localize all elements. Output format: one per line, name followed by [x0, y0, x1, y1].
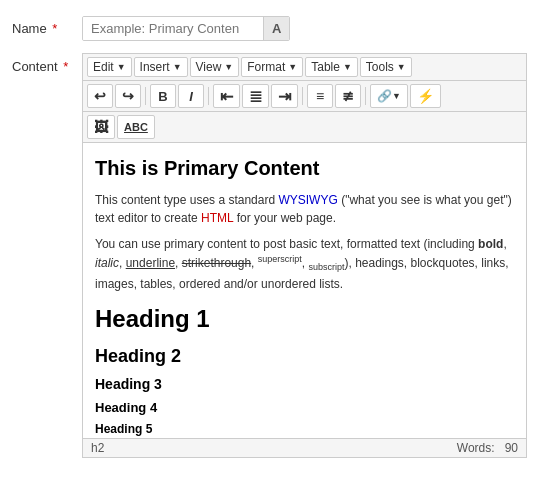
- format-chevron: ▼: [288, 62, 297, 72]
- edit-chevron: ▼: [117, 62, 126, 72]
- table-label: Table: [311, 60, 340, 74]
- content-field-row: Content * Edit ▼ Insert ▼ View ▼ For: [12, 53, 527, 458]
- edit-label: Edit: [93, 60, 114, 74]
- strike-example: strikethrough: [182, 256, 251, 270]
- tools-label: Tools: [366, 60, 394, 74]
- align-center-button[interactable]: ≣: [242, 84, 269, 108]
- table-menu[interactable]: Table ▼: [305, 57, 358, 77]
- link-chevron: ▼: [392, 91, 401, 101]
- edit-menu[interactable]: Edit ▼: [87, 57, 132, 77]
- wysiwyg-text: WYSIWYG: [278, 193, 337, 207]
- editor-para1: This content type uses a standard WYSIWY…: [95, 191, 514, 227]
- editor-content-area[interactable]: This is Primary Content This content typ…: [83, 143, 526, 438]
- heading4: Heading 4: [95, 398, 514, 418]
- toolbar-extra-row: 🖼 ABC: [83, 112, 526, 143]
- name-required: *: [52, 21, 57, 36]
- words-count: 90: [505, 441, 518, 455]
- content-label-text: Content: [12, 59, 58, 74]
- name-label-text: Name: [12, 21, 47, 36]
- view-chevron: ▼: [224, 62, 233, 72]
- heading5: Heading 5: [95, 420, 514, 438]
- heading3: Heading 3: [95, 374, 514, 395]
- bold-example: bold: [478, 237, 503, 251]
- image-button[interactable]: 🖼: [87, 115, 115, 139]
- italic-button[interactable]: I: [178, 84, 204, 108]
- name-label: Name *: [12, 21, 82, 36]
- bold-button[interactable]: B: [150, 84, 176, 108]
- align-right-button[interactable]: ⇥: [271, 84, 298, 108]
- name-input-wrapper: A: [82, 16, 290, 41]
- toolbar-sep1: [145, 87, 146, 105]
- name-field-row: Name * A: [12, 16, 527, 41]
- heading1: Heading 1: [95, 301, 514, 337]
- view-menu[interactable]: View ▼: [190, 57, 240, 77]
- html-text: HTML: [201, 211, 233, 225]
- format-label: Format: [247, 60, 285, 74]
- toolbar-sep4: [365, 87, 366, 105]
- align-left-button[interactable]: ⇤: [213, 84, 240, 108]
- unordered-list-button[interactable]: ≡: [307, 84, 333, 108]
- super-example: superscript: [258, 254, 302, 264]
- toolbar-format-row: ↩ ↪ B I ⇤ ≣ ⇥ ≡ ≢ 🔗 ▼ ⚡: [83, 81, 526, 112]
- toolbar-sep3: [302, 87, 303, 105]
- link-button[interactable]: 🔗 ▼: [370, 84, 408, 108]
- content-label: Content *: [12, 53, 82, 74]
- content-required: *: [63, 59, 68, 74]
- view-label: View: [196, 60, 222, 74]
- name-input[interactable]: [83, 17, 263, 40]
- ordered-list-button[interactable]: ≢: [335, 84, 361, 108]
- words-label: Words:: [457, 441, 495, 455]
- redo-button[interactable]: ↪: [115, 84, 141, 108]
- current-element: h2: [91, 441, 104, 455]
- unlink-button[interactable]: ⚡: [410, 84, 441, 108]
- editor-title: This is Primary Content: [95, 153, 514, 183]
- toolbar-sep2: [208, 87, 209, 105]
- tools-chevron: ▼: [397, 62, 406, 72]
- table-chevron: ▼: [343, 62, 352, 72]
- insert-menu[interactable]: Insert ▼: [134, 57, 188, 77]
- insert-chevron: ▼: [173, 62, 182, 72]
- undo-button[interactable]: ↩: [87, 84, 113, 108]
- editor-statusbar: h2 Words: 90: [83, 438, 526, 457]
- underline-example: underline: [126, 256, 175, 270]
- format-menu[interactable]: Format ▼: [241, 57, 303, 77]
- spellcheck-button[interactable]: ABC: [117, 115, 155, 139]
- editor-wrapper: Edit ▼ Insert ▼ View ▼ Format ▼ Table: [82, 53, 527, 458]
- word-count: Words: 90: [457, 441, 518, 455]
- toolbar-menu-row: Edit ▼ Insert ▼ View ▼ Format ▼ Table: [83, 54, 526, 81]
- name-font-icon[interactable]: A: [263, 17, 289, 40]
- heading2: Heading 2: [95, 343, 514, 370]
- sub-example: subscript: [308, 262, 344, 272]
- tools-menu[interactable]: Tools ▼: [360, 57, 412, 77]
- insert-label: Insert: [140, 60, 170, 74]
- italic-example: italic: [95, 256, 119, 270]
- editor-para2: You can use primary content to post basi…: [95, 235, 514, 293]
